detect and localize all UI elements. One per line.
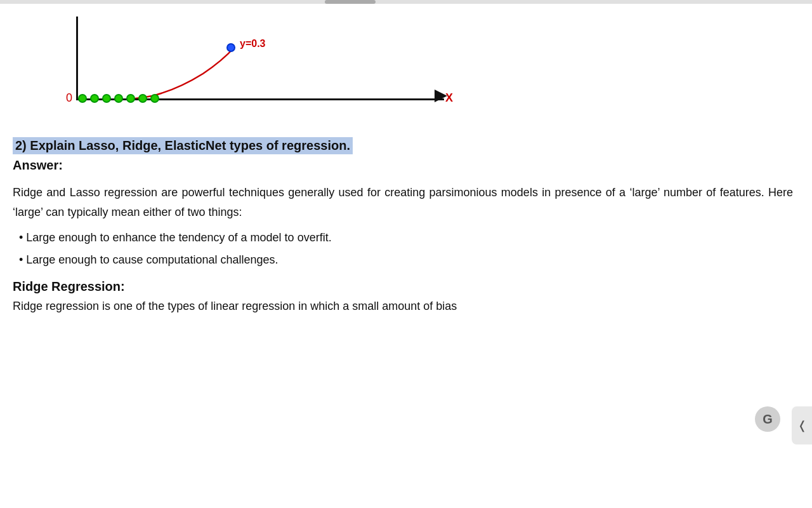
page-container: 0 X y=0.3 2) Explain Lasso, Ridge, Elast… [0, 0, 812, 508]
y-axis [76, 17, 78, 99]
green-dot-1 [78, 94, 87, 103]
question-heading: 2) Explain Lasso, Ridge, ElasticNet type… [13, 137, 353, 154]
grammarly-button[interactable]: G [755, 406, 780, 432]
green-dot-6 [138, 94, 147, 103]
paragraph-2: Ridge regression is one of the types of … [13, 297, 793, 316]
content-section: 2) Explain Lasso, Ridge, ElasticNet type… [0, 124, 812, 335]
x-axis-label: X [445, 91, 453, 105]
right-panel-button[interactable]: ❬ [792, 406, 812, 444]
diagram-section: 0 X y=0.3 [0, 4, 812, 124]
origin-label: 0 [66, 91, 72, 105]
green-dot-7 [150, 94, 159, 103]
graph-area: 0 X y=0.3 [38, 17, 457, 118]
ridge-regression-heading: Ridge Regression: [13, 279, 793, 294]
right-panel-arrow-icon: ❬ [797, 418, 807, 432]
answer-label: Answer: [13, 158, 793, 173]
green-dot-4 [114, 94, 123, 103]
bullet-2: • Large enough to cause computational ch… [19, 250, 793, 270]
paragraph-1: Ridge and Lasso regression are powerful … [13, 183, 793, 222]
green-dot-2 [90, 94, 99, 103]
green-dot-3 [102, 94, 111, 103]
green-dot-5 [126, 94, 135, 103]
bullet-1: • Large enough to enhance the tendency o… [19, 228, 793, 248]
y-value-label: y=0.3 [240, 38, 265, 50]
regression-curve [38, 17, 482, 118]
blue-dot-on-curve [226, 43, 235, 52]
